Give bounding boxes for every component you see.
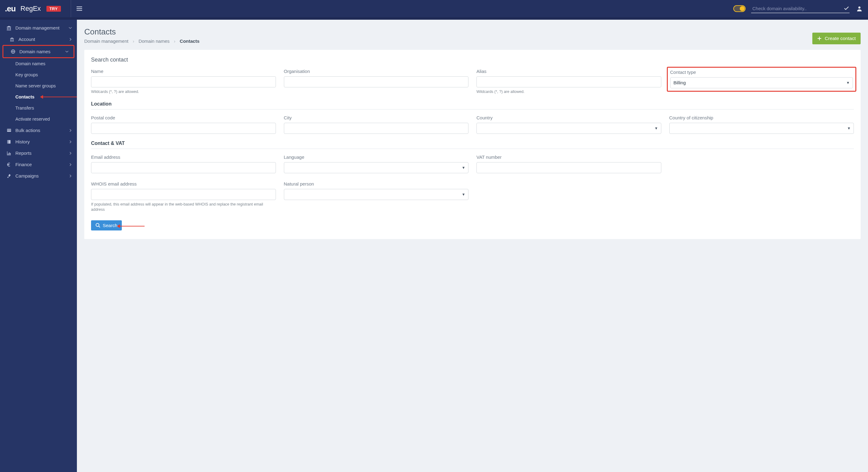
- toggle-knob: [740, 6, 745, 11]
- crumb-contacts: Contacts: [180, 38, 199, 44]
- input-city[interactable]: [284, 123, 469, 134]
- nav-domain-management[interactable]: Domain management: [0, 22, 77, 33]
- card-icon: [6, 128, 12, 132]
- section-contact-vat: Contact & VAT: [91, 141, 854, 149]
- globe-icon: [10, 49, 16, 54]
- chevron-right-icon: [69, 129, 72, 132]
- check-icon[interactable]: [844, 6, 849, 11]
- nav-domain-names[interactable]: Domain names: [3, 46, 73, 57]
- rocket-icon: [6, 174, 12, 178]
- caret-down-icon: ▼: [654, 126, 658, 130]
- input-whois-email[interactable]: [91, 189, 276, 200]
- svg-rect-2: [76, 10, 82, 11]
- nav-sub-activate-reserved[interactable]: Activate reserved: [0, 114, 77, 125]
- field-country: Country ▼: [476, 115, 661, 134]
- euro-icon: [6, 163, 12, 167]
- svg-point-3: [859, 6, 861, 9]
- theme-toggle[interactable]: [733, 5, 746, 12]
- annotation-highlight-contact-type: Contact type Billing ▼: [667, 67, 857, 92]
- field-email: Email address: [91, 154, 276, 173]
- nav-sub-contacts[interactable]: Contacts: [0, 91, 77, 102]
- top-bar: .eu RegEx TRY: [0, 0, 868, 17]
- label-organisation: Organisation: [284, 69, 469, 74]
- caret-down-icon: ▼: [846, 81, 850, 85]
- nav-reports[interactable]: Reports: [0, 147, 77, 159]
- section-search-contact: Search contact: [91, 57, 854, 63]
- label-country: Country: [476, 115, 661, 120]
- svg-rect-10: [8, 140, 8, 143]
- select-language[interactable]: [284, 162, 469, 173]
- book-icon: [6, 140, 12, 144]
- nav-sub-transfers[interactable]: Transfers: [0, 102, 77, 114]
- nav-sub-domain-names[interactable]: Domain names: [0, 58, 77, 69]
- annotation-arrow: [120, 226, 145, 227]
- nav-finance[interactable]: Finance: [0, 159, 77, 170]
- chevron-down-icon: [65, 50, 69, 53]
- caret-down-icon: ▼: [462, 192, 465, 197]
- crumb-domain-management[interactable]: Domain management: [84, 38, 128, 44]
- nav-history[interactable]: History: [0, 136, 77, 147]
- chevron-right-icon: [69, 152, 72, 155]
- user-menu[interactable]: [856, 5, 863, 12]
- hint-wildcards: Wildcards (*, ?) are allowed.: [476, 89, 661, 94]
- chevron-right-icon: ›: [174, 38, 175, 44]
- input-postal[interactable]: [91, 123, 276, 134]
- select-citizenship[interactable]: [669, 123, 854, 134]
- select-natural[interactable]: [284, 189, 469, 200]
- label-city: City: [284, 115, 469, 120]
- select-contact-type[interactable]: Billing: [670, 77, 853, 88]
- input-vat[interactable]: [476, 162, 661, 173]
- nav-account[interactable]: Account: [0, 33, 77, 45]
- hamburger-icon: [76, 6, 82, 11]
- label-whois-email: WHOIS email address: [91, 181, 276, 186]
- page-title: Contacts: [84, 27, 199, 37]
- breadcrumb: Domain management › Domain names › Conta…: [84, 38, 199, 44]
- chevron-right-icon: [69, 174, 72, 178]
- create-contact-button[interactable]: Create contact: [812, 33, 861, 44]
- svg-point-13: [96, 224, 99, 227]
- svg-rect-9: [7, 140, 11, 143]
- menu-toggle[interactable]: [76, 6, 82, 11]
- annotation-arrow: [43, 97, 77, 97]
- input-email[interactable]: [91, 162, 276, 173]
- nav-bulk-actions[interactable]: Bulk actions: [0, 125, 77, 136]
- nav-campaigns[interactable]: Campaigns: [0, 170, 77, 181]
- nav-sub-key-groups[interactable]: Key groups: [0, 69, 77, 80]
- label-citizenship: Country of citizenship: [669, 115, 854, 120]
- section-location: Location: [91, 101, 854, 110]
- crumb-domain-names[interactable]: Domain names: [138, 38, 169, 44]
- input-organisation[interactable]: [284, 76, 469, 87]
- svg-rect-0: [76, 6, 82, 7]
- field-organisation: Organisation: [284, 69, 469, 94]
- field-postal: Postal code: [91, 115, 276, 134]
- field-city: City: [284, 115, 469, 134]
- bank-icon: [9, 37, 15, 41]
- caret-down-icon: ▼: [462, 166, 465, 170]
- field-vat: VAT number: [476, 154, 661, 173]
- label-email: Email address: [91, 154, 276, 160]
- search-contact-card: Search contact Name Wildcards (*, ?) are…: [84, 50, 861, 239]
- divider: [71, 0, 71, 17]
- bank-icon: [6, 26, 12, 30]
- search-icon: [95, 223, 100, 228]
- caret-down-icon: ▼: [847, 126, 851, 130]
- label-language: Language: [284, 154, 469, 160]
- nav-sub-name-server-groups[interactable]: Name server groups: [0, 80, 77, 91]
- label-vat: VAT number: [476, 154, 661, 160]
- main-content: Contacts Domain management › Domain name…: [77, 20, 868, 472]
- domain-search: [751, 4, 849, 13]
- sidebar: Domain management Account Domain names: [0, 20, 77, 472]
- annotation-highlight-domain-names: Domain names: [2, 45, 74, 58]
- input-alias[interactable]: [476, 76, 661, 87]
- chart-icon: [6, 151, 12, 155]
- domain-search-input[interactable]: [752, 5, 840, 11]
- input-name[interactable]: [91, 76, 276, 87]
- plus-icon: [817, 36, 822, 40]
- label-postal: Postal code: [91, 115, 276, 120]
- chevron-down-icon: [69, 26, 72, 30]
- field-citizenship: Country of citizenship ▼: [669, 115, 854, 134]
- label-alias: Alias: [476, 69, 661, 74]
- label-name: Name: [91, 69, 276, 74]
- select-country[interactable]: [476, 123, 661, 134]
- badge-try: TRY: [46, 6, 61, 12]
